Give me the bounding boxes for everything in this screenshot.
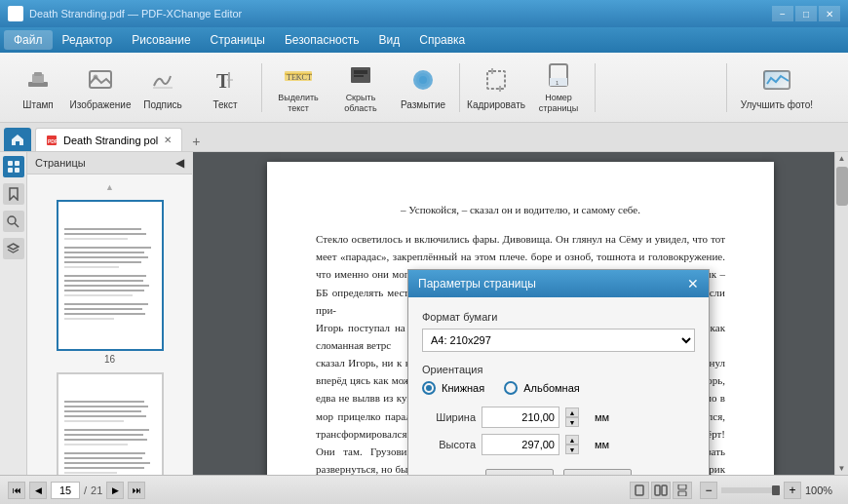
pagenum-icon: 1 (543, 61, 574, 89)
page-thumb-17[interactable]: 17 (57, 372, 164, 475)
crop-icon (481, 64, 512, 96)
home-tab[interactable] (4, 128, 31, 151)
signature-label: Подпись (143, 99, 182, 111)
dialog-close-button[interactable]: ✕ (687, 276, 699, 291)
status-right: − + 100% (630, 482, 840, 499)
svg-rect-37 (678, 485, 686, 489)
tool-crop[interactable]: Кадрировать (466, 58, 526, 117)
pdf-icon: PDF (46, 135, 58, 146)
height-input[interactable] (482, 434, 559, 455)
page-lines-16 (58, 220, 162, 330)
svg-point-32 (8, 216, 16, 224)
tab-label: Death Stranding pol (63, 135, 158, 146)
sep4 (726, 63, 727, 112)
sidebar-collapse[interactable]: ◀ (175, 156, 184, 170)
text-label: Текст (212, 99, 237, 111)
menu-help[interactable]: Справка (409, 30, 475, 50)
tool-image[interactable]: Изображение (70, 58, 131, 117)
height-up[interactable]: ▲ (565, 435, 579, 445)
page-thumb-16[interactable]: 16 (57, 200, 164, 365)
highlight-icon: TEKCT (283, 61, 314, 89)
width-spinner[interactable]: ▲ ▼ (565, 407, 589, 427)
orientation-label: Ориентация (422, 364, 695, 375)
view-single[interactable] (630, 482, 649, 499)
menu-drawing[interactable]: Рисование (122, 30, 200, 50)
nav-next[interactable]: ▶ (106, 482, 124, 499)
nav-first[interactable]: ⏮ (8, 482, 25, 499)
width-down[interactable]: ▼ (565, 417, 579, 427)
landscape-radio[interactable] (504, 381, 518, 395)
document-tab[interactable]: PDF Death Stranding pol ✕ (35, 128, 182, 151)
menu-editor[interactable]: Редактор (53, 30, 123, 50)
view-scroll[interactable] (673, 482, 692, 499)
paper-size-section: Формат бумаги A4: 210x297 (422, 311, 695, 352)
current-page-input[interactable] (51, 482, 80, 499)
zoom-in[interactable]: + (784, 482, 801, 499)
dialog-ok-button[interactable]: OK (485, 469, 554, 475)
left-icons (0, 152, 27, 475)
tab-close[interactable]: ✕ (164, 135, 172, 145)
svg-rect-28 (8, 161, 13, 166)
page-img-17 (57, 372, 164, 475)
width-input[interactable] (482, 407, 559, 428)
paper-size-select[interactable]: A4: 210x297 (422, 329, 695, 352)
menu-pages[interactable]: Страницы (201, 30, 275, 50)
tool-blur[interactable]: Размытие (393, 58, 453, 117)
highlight-label: Выделить текст (272, 93, 325, 114)
paper-size-label: Формат бумаги (422, 311, 695, 323)
sep1 (261, 63, 262, 112)
bookmark-icon[interactable] (3, 183, 24, 205)
tool-pagenum[interactable]: 1 Номер страницы (528, 58, 589, 117)
tool-text[interactable]: T Текст (195, 58, 255, 117)
image-label: Изображение (70, 99, 132, 111)
menu-file[interactable]: Файл (4, 30, 53, 50)
height-label: Высота (422, 439, 476, 450)
zoom-out[interactable]: − (700, 482, 717, 499)
svg-rect-34 (636, 485, 643, 495)
svg-rect-18 (487, 71, 505, 89)
svg-rect-30 (8, 168, 13, 173)
portrait-option[interactable]: Книжная (422, 381, 484, 395)
tool-hide[interactable]: Скрыть область (330, 58, 391, 117)
svg-line-33 (15, 223, 19, 227)
width-up[interactable]: ▲ (565, 407, 579, 417)
height-spinner[interactable]: ▲ ▼ (565, 435, 589, 454)
tool-signature[interactable]: Подпись (133, 58, 193, 117)
search-sidebar-icon[interactable] (3, 211, 24, 232)
scroll-view-icon (676, 485, 688, 496)
app-logo (8, 6, 23, 21)
improve-label: Улучшить фото! (741, 99, 813, 111)
tool-improve[interactable]: Улучшить фото! (733, 58, 821, 117)
dimensions-section: Ширина ▲ ▼ мм Высота ▲ ▼ мм (422, 407, 695, 455)
tool-highlight[interactable]: TEKCT Выделить текст (268, 58, 328, 117)
layers-icon[interactable] (3, 238, 24, 259)
single-page-icon (634, 485, 645, 496)
svg-rect-38 (678, 491, 686, 496)
nav-prev[interactable]: ◀ (29, 482, 47, 499)
dialog-cancel-button[interactable]: Отмена (563, 469, 632, 475)
add-tab[interactable]: + (186, 132, 206, 151)
landscape-option[interactable]: Альбомная (504, 381, 580, 395)
close-button[interactable]: ✕ (819, 6, 840, 21)
view-double[interactable] (651, 482, 671, 499)
menu-view[interactable]: Вид (369, 30, 410, 50)
scroll-up[interactable]: ▲ (35, 182, 184, 192)
title-bar-title: Death Stranding.pdf — PDF-XChange Editor (29, 8, 242, 19)
tool-stamp[interactable]: Штамп (8, 58, 68, 117)
minimize-button[interactable]: − (772, 6, 793, 21)
portrait-radio[interactable] (422, 381, 436, 395)
zoom-label: 100% (805, 485, 840, 496)
hide-icon (345, 61, 376, 89)
nav-last[interactable]: ⏭ (128, 482, 145, 499)
height-down[interactable]: ▼ (565, 445, 579, 454)
image-icon (85, 64, 116, 96)
dialog-buttons: OK Отмена (422, 469, 695, 475)
maximize-button[interactable]: □ (795, 6, 817, 21)
svg-text:T: T (216, 70, 230, 92)
svg-text:PDF: PDF (48, 138, 58, 144)
zoom-slider[interactable] (721, 487, 780, 493)
text-icon: T (210, 64, 241, 96)
menu-security[interactable]: Безопасность (275, 30, 369, 50)
sidebar: Страницы ◀ ▲ (27, 152, 193, 475)
pages-icon[interactable] (3, 156, 24, 177)
